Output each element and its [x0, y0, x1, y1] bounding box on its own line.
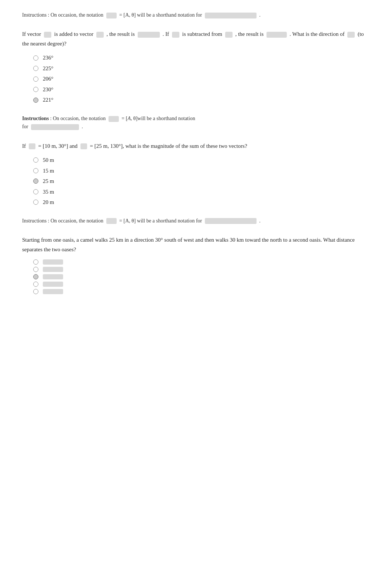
answer-3-3-label-blurred — [43, 274, 63, 279]
answer-2-4-label: 35 m — [43, 188, 54, 196]
answer-3-5[interactable] — [33, 289, 370, 294]
q1-vector-d — [225, 32, 233, 38]
question-2-answers: 50 m 15 m 25 m 35 m 20 m — [22, 156, 370, 207]
answer-2-1[interactable]: 50 m — [33, 156, 370, 164]
radio-1-1[interactable] — [33, 55, 38, 61]
shorthand-img-3 — [205, 218, 257, 224]
answer-2-4[interactable]: 35 m — [33, 188, 370, 196]
answer-3-3[interactable] — [33, 274, 370, 279]
q1-result-1 — [138, 32, 160, 38]
q1-what-is: . What is the direction of — [290, 31, 345, 37]
q1-vector-c — [172, 32, 179, 38]
notation-equals-1: = [A, θ] will be a shorthand notation fo… — [119, 12, 202, 18]
q1-result-is: , the result is — [235, 31, 264, 37]
radio-2-1[interactable] — [33, 157, 38, 163]
vector-notation-img-3 — [106, 218, 117, 224]
radio-1-4[interactable] — [33, 87, 38, 92]
question-3-text: Starting from one oasis, a camel walks 2… — [22, 235, 370, 254]
answer-1-4-label: 230° — [43, 85, 54, 94]
answer-1-2[interactable]: 225° — [33, 64, 370, 73]
period-1: . — [259, 12, 261, 18]
answer-2-5[interactable]: 20 m — [33, 198, 370, 207]
instructions-for-2: for — [22, 124, 28, 129]
q2-vector-b — [80, 143, 87, 149]
radio-3-2[interactable] — [33, 267, 38, 272]
q1-added-to-vector: is added to vector — [54, 31, 93, 37]
section-instructions-3: Instructions : On occasion, the notation… — [22, 217, 370, 225]
answer-3-4-label-blurred — [43, 282, 63, 287]
answer-3-4[interactable] — [33, 282, 370, 287]
answer-1-1[interactable]: 236° — [33, 54, 370, 62]
section-instructions-2: Instructions : On occasion, the notation… — [22, 115, 370, 131]
answer-3-2[interactable] — [33, 267, 370, 272]
q1-vector-e — [347, 32, 355, 38]
q1-if: If vector — [22, 31, 41, 37]
radio-3-5[interactable] — [33, 289, 38, 294]
answer-2-5-label: 20 m — [43, 198, 54, 207]
q2-math1: = [10 m, 30°] and — [38, 143, 78, 149]
radio-2-3[interactable] — [33, 178, 38, 184]
section-question-1: If vector is added to vector , the resul… — [22, 30, 370, 104]
question-1-answers: 236° 225° 206° 230° 221° — [22, 54, 370, 104]
q2-math2: = [25 m, 130°], what is the magnitude of… — [90, 143, 247, 149]
instructions-colon-2: : On occasion, the notation — [50, 116, 106, 121]
radio-2-5[interactable] — [33, 200, 38, 205]
question-1-text: If vector is added to vector , the resul… — [22, 30, 370, 48]
answer-2-1-label: 50 m — [43, 156, 54, 164]
answer-2-2[interactable]: 15 m — [33, 167, 370, 175]
instructions-text-1: Instructions : On occasion, the notation… — [22, 11, 370, 19]
vector-notation-img-1 — [106, 13, 117, 18]
answer-1-3-label: 206° — [43, 75, 54, 83]
answer-3-1[interactable] — [33, 259, 370, 265]
period-3: . — [259, 218, 261, 224]
q2-vector-a — [29, 143, 35, 149]
answer-1-2-label: 225° — [43, 64, 54, 73]
q2-if: If — [22, 143, 26, 149]
answer-3-1-label-blurred — [43, 259, 63, 265]
answer-1-3[interactable]: 206° — [33, 75, 370, 83]
section-instructions-1: Instructions : On occasion, the notation… — [22, 11, 370, 19]
radio-1-3[interactable] — [33, 76, 38, 82]
answer-2-3-label: 25 m — [43, 177, 54, 186]
answer-1-5[interactable]: 221° — [33, 96, 370, 104]
answer-2-3[interactable]: 25 m — [33, 177, 370, 186]
radio-3-3[interactable] — [33, 274, 38, 279]
answer-1-4[interactable]: 230° — [33, 85, 370, 94]
q1-comma: , the result is — [106, 31, 135, 37]
answer-1-5-label: 221° — [43, 96, 54, 104]
question-3-answers — [22, 259, 370, 294]
answer-2-2-label: 15 m — [43, 167, 54, 175]
q1-subtracted-from: is subtracted from — [182, 31, 222, 37]
instructions-label-1: Instructions : On occasion, the notation — [22, 12, 103, 18]
instructions-text-3: Instructions : On occasion, the notation… — [22, 217, 370, 225]
answer-3-2-label-blurred — [43, 267, 63, 272]
section-question-3: Starting from one oasis, a camel walks 2… — [22, 235, 370, 294]
instructions-bold-label: Instructions — [22, 116, 49, 121]
radio-3-1[interactable] — [33, 259, 38, 265]
notation-equals-3: = [A, θ] will be a shorthand notation fo… — [119, 218, 202, 224]
instructions-label-3: Instructions : On occasion, the notation — [22, 218, 103, 224]
shorthand-img-1 — [205, 13, 257, 18]
notation-equals-2: = [A, θ]will be a shorthand notation — [121, 116, 195, 121]
radio-2-4[interactable] — [33, 189, 38, 194]
radio-2-2[interactable] — [33, 168, 38, 173]
answer-1-1-label: 236° — [43, 54, 54, 62]
answer-3-5-label-blurred — [43, 289, 63, 294]
q3-text: Starting from one oasis, a camel walks 2… — [22, 237, 355, 252]
instructions-text-2: Instructions : On occasion, the notation… — [22, 115, 370, 131]
shorthand-img-2 — [31, 124, 79, 130]
q1-result-2 — [267, 32, 287, 38]
period-2: . — [82, 124, 83, 129]
q1-dot-if: . If — [163, 31, 169, 37]
radio-1-2[interactable] — [33, 66, 38, 71]
section-question-2: If = [10 m, 30°] and = [25 m, 130°], wha… — [22, 142, 370, 207]
radio-1-5[interactable] — [33, 98, 38, 103]
radio-3-4[interactable] — [33, 282, 38, 287]
q1-vector-a — [44, 32, 51, 38]
question-2-text: If = [10 m, 30°] and = [25 m, 130°], wha… — [22, 142, 370, 151]
vector-notation-img-2 — [109, 116, 119, 122]
q1-vector-b — [96, 32, 104, 38]
